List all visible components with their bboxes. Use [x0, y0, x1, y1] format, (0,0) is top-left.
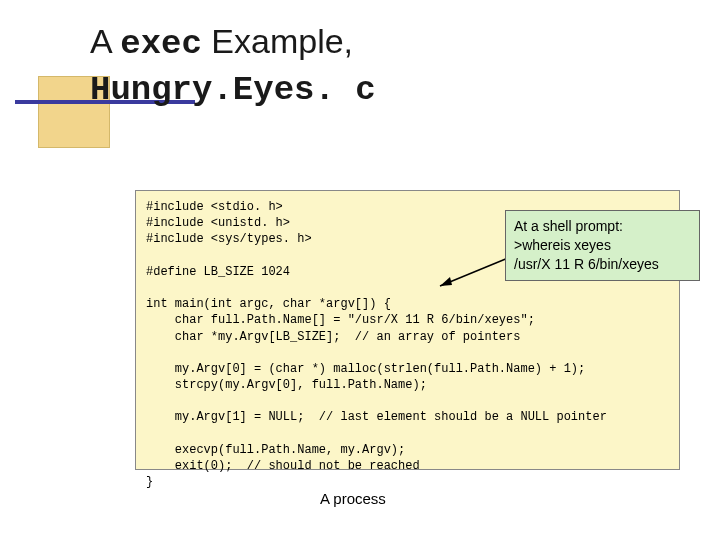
title-mono-1: exec	[120, 25, 202, 63]
callout-box: At a shell prompt: >whereis xeyes /usr/X…	[505, 210, 700, 281]
caption-text: A process	[320, 490, 386, 507]
svg-marker-1	[440, 277, 452, 286]
title-text-1: A	[90, 22, 120, 60]
slide-title: A exec Example, Hungry.Eyes. c	[90, 20, 376, 111]
title-text-2: Example,	[202, 22, 353, 60]
title-mono-2: Hungry.Eyes. c	[90, 71, 376, 109]
arrow-icon	[430, 256, 510, 292]
